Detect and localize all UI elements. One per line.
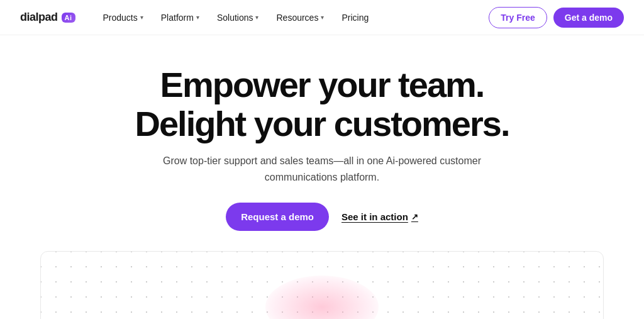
hero-title: Empower your team. Delight your customer…	[135, 65, 509, 143]
external-link-icon: ↗	[411, 212, 418, 221]
see-action-label: See it in action	[341, 211, 408, 222]
nav-item-platform[interactable]: Platform ▾	[153, 8, 207, 28]
preview-section	[0, 251, 644, 319]
hero-title-line2: Delight your customers.	[135, 104, 509, 143]
nav-item-resources[interactable]: Resources ▾	[269, 8, 331, 28]
logo-text: dialpad	[20, 11, 58, 24]
nav-actions: Try Free Get a demo	[489, 7, 624, 28]
see-action-link[interactable]: See it in action ↗	[341, 211, 418, 222]
nav-item-pricing[interactable]: Pricing	[334, 8, 376, 28]
get-demo-button[interactable]: Get a demo	[553, 8, 624, 28]
nav-item-products[interactable]: Products ▾	[96, 8, 151, 28]
try-free-button[interactable]: Try Free	[489, 7, 547, 28]
hero-cta: Request a demo See it in action ↗	[226, 203, 418, 231]
navbar: dialpad Ai Products ▾ Platform ▾ Solutio…	[0, 0, 644, 35]
preview-card	[40, 251, 604, 319]
nav-label-products: Products	[103, 13, 138, 23]
nav-item-solutions[interactable]: Solutions ▾	[209, 8, 267, 28]
hero-subtitle: Grow top-tier support and sales teams—al…	[146, 153, 498, 185]
nav-label-solutions: Solutions	[217, 13, 253, 23]
chevron-down-icon: ▾	[255, 14, 258, 21]
chevron-down-icon: ▾	[196, 14, 199, 21]
hero-title-line1: Empower your team.	[160, 65, 484, 104]
hero-section: Empower your team. Delight your customer…	[0, 35, 644, 251]
logo[interactable]: dialpad Ai	[20, 11, 75, 24]
nav-links: Products ▾ Platform ▾ Solutions ▾ Resour…	[96, 8, 489, 28]
logo-ai-badge: Ai	[62, 13, 75, 23]
chevron-down-icon: ▾	[140, 14, 143, 21]
chevron-down-icon: ▾	[321, 14, 324, 21]
request-demo-button[interactable]: Request a demo	[226, 203, 329, 231]
nav-label-resources: Resources	[276, 13, 318, 23]
nav-label-platform: Platform	[161, 13, 194, 23]
nav-label-pricing: Pricing	[341, 13, 369, 23]
